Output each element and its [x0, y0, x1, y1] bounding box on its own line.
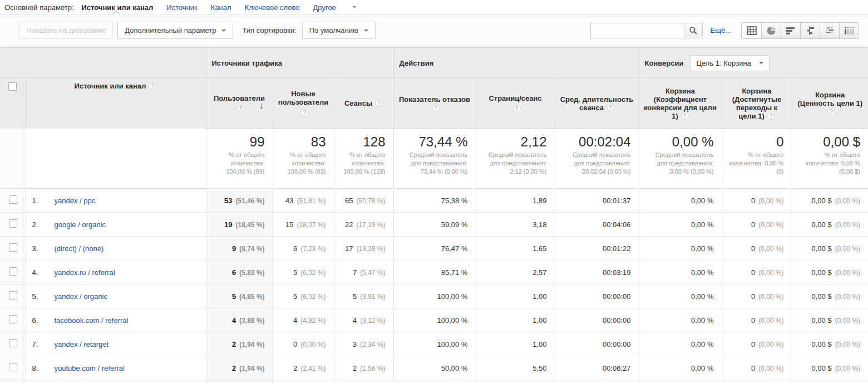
- row-checkbox[interactable]: [9, 291, 17, 299]
- table-row: 5.yandex / organic 5(4,85 %) 5(6,02 %) 5…: [0, 284, 868, 308]
- table-row: 7.yandex / retarget 2(1,94 %) 0(0,00 %) …: [0, 332, 868, 356]
- tab-channel[interactable]: Канал: [211, 3, 231, 12]
- secondary-dimension-button[interactable]: Дополнительный параметр: [117, 22, 233, 39]
- performance-view-button[interactable]: [781, 23, 800, 38]
- source-channel-link[interactable]: yandex.ru / referral: [55, 268, 115, 277]
- help-icon[interactable]: [827, 107, 835, 115]
- row-checkbox[interactable]: [9, 267, 17, 276]
- active-tab-notch: [112, 11, 121, 15]
- help-icon[interactable]: [681, 112, 689, 120]
- help-icon[interactable]: [375, 99, 383, 107]
- column-header-pages-per-session[interactable]: Страниц/сеанс: [476, 78, 555, 129]
- help-icon[interactable]: [301, 109, 309, 116]
- view-switcher: [741, 22, 859, 39]
- chevron-down-icon: [352, 6, 357, 8]
- sort-descending-icon: [259, 101, 264, 111]
- group-traffic-sources: Источники трафика: [206, 48, 393, 78]
- help-icon[interactable]: [149, 82, 156, 90]
- row-number: 1.: [32, 197, 46, 205]
- source-channel-link[interactable]: youtube.com / referral: [55, 364, 125, 372]
- help-icon[interactable]: [432, 104, 440, 111]
- row-number: 2.: [32, 220, 46, 229]
- source-channel-link[interactable]: (direct) / (none): [55, 244, 104, 253]
- row-checkbox[interactable]: [9, 363, 17, 371]
- tab-keyword[interactable]: Ключевое слово: [245, 3, 300, 12]
- plot-rows-button[interactable]: Показать на диаграмме: [19, 22, 113, 39]
- table-row: 1.yandex / ppc 53(51,46 %) 43(51,81 %) 6…: [0, 189, 868, 213]
- table-row: 8.youtube.com / referral 2(1,94 %) 2(2,4…: [0, 356, 868, 380]
- column-header-goal-value[interactable]: Корзина (Ценность цели 1): [792, 78, 868, 129]
- bar-list-icon: [786, 26, 796, 35]
- row-number: 7.: [32, 340, 46, 348]
- search-button[interactable]: [684, 23, 703, 38]
- search-icon: [689, 26, 698, 35]
- column-header-users[interactable]: Пользователи: [206, 78, 273, 129]
- row-checkbox[interactable]: [9, 243, 17, 252]
- table-row: 4.yandex.ru / referral 6(5,83 %) 5(6,02 …: [0, 261, 868, 284]
- sort-type-button[interactable]: По умолчанию: [302, 22, 376, 39]
- help-icon[interactable]: [513, 105, 521, 112]
- percentage-view-button[interactable]: [761, 23, 781, 38]
- primary-dimension-label: Основной параметр:: [4, 3, 73, 12]
- sort-type-label: Тип сортировки:: [242, 26, 296, 35]
- advanced-search-link[interactable]: Ещё...: [711, 26, 731, 35]
- table-view-icon: [747, 26, 757, 35]
- row-checkbox[interactable]: [9, 195, 17, 204]
- group-conversions: КонверсииЦель 1: Корзина: [639, 48, 868, 78]
- summary-pages-per-session: 2,12Средний показатель для представления…: [476, 129, 555, 189]
- table-row: 6.facebook.com / referral 4(3,88 %) 4(4,…: [0, 308, 868, 332]
- dimension-group-header: [0, 48, 206, 78]
- tab-other[interactable]: Другое: [313, 3, 336, 12]
- clipped-next-row: [0, 380, 868, 383]
- source-channel-link[interactable]: yandex / ppc: [55, 197, 96, 205]
- pivot-icon: [844, 26, 854, 35]
- summary-goal-conversion-rate: 0,00 %Средний показатель для представлен…: [639, 129, 722, 189]
- chevron-down-icon: [364, 30, 368, 32]
- source-channel-link[interactable]: yandex / retarget: [55, 340, 109, 348]
- column-header-new-users[interactable]: Новые пользователи: [273, 78, 334, 129]
- row-number: 3.: [32, 244, 46, 253]
- column-header-bounce-rate[interactable]: Показатель отказов: [393, 78, 476, 129]
- source-channel-link[interactable]: google / organic: [55, 220, 106, 229]
- chevron-down-icon: [221, 30, 226, 32]
- column-header-dimension[interactable]: Источник или канал: [25, 78, 206, 129]
- select-all-cell: [0, 78, 25, 129]
- comparison-view-button[interactable]: [800, 23, 820, 38]
- column-header-goal-conversion-rate[interactable]: Корзина (Коэффициент конверсии для цели …: [639, 78, 722, 129]
- term-cloud-view-button[interactable]: [820, 23, 839, 38]
- help-icon[interactable]: [606, 104, 614, 111]
- column-header-sessions[interactable]: Сеансы: [334, 78, 393, 129]
- pivot-view-button[interactable]: [839, 23, 859, 38]
- primary-dimension-bar: Основной параметр: Источник или канал Ис…: [0, 0, 868, 15]
- row-number: 4.: [32, 268, 46, 277]
- summary-avg-session-duration: 00:02:04Средний показатель для представл…: [555, 129, 639, 189]
- pie-chart-icon: [766, 26, 776, 36]
- row-checkbox[interactable]: [9, 315, 17, 323]
- help-icon[interactable]: [767, 112, 775, 120]
- term-cloud-icon: [825, 26, 835, 35]
- search-input[interactable]: [590, 23, 684, 38]
- help-icon[interactable]: [237, 105, 245, 112]
- source-channel-link[interactable]: yandex / organic: [55, 292, 107, 301]
- group-behavior: Действия: [393, 48, 639, 78]
- source-channel-link[interactable]: facebook.com / referral: [55, 316, 129, 325]
- summary-users: 99% от общего количества: 100,00 % (99): [206, 129, 273, 189]
- summary-sessions: 128% от общего количества: 100,00 % (128…: [334, 129, 393, 189]
- analytics-data-table: Источники трафика Действия КонверсииЦель…: [0, 47, 868, 383]
- row-checkbox[interactable]: [9, 219, 17, 228]
- tab-source[interactable]: Источник: [166, 3, 198, 12]
- row-number: 5.: [32, 292, 46, 301]
- summary-goal-value: 0,00 $% от общего количества: 0,00 % (0,…: [792, 129, 868, 189]
- table-row: 2.google / organic 19(18,45 %) 15(18,07 …: [0, 213, 868, 237]
- column-header-goal-completions[interactable]: Корзина (Достигнутые переходы к цели 1): [722, 78, 792, 129]
- goal-selector-dropdown[interactable]: Цель 1: Корзина: [690, 55, 769, 71]
- column-header-row: Источник или канал Пользователи Новые по…: [0, 78, 868, 129]
- table-toolbar: Показать на диаграмме Дополнительный пар…: [0, 15, 868, 46]
- summary-bounce-rate: 73,44 %Средний показатель для представле…: [393, 129, 476, 189]
- summary-goal-completions: 0% от общего количества: 0,00 % (0): [722, 129, 792, 189]
- table-row: 3.(direct) / (none) 9(8,74 %) 6(7,23 %) …: [0, 237, 868, 261]
- row-checkbox[interactable]: [9, 339, 17, 347]
- table-view-button[interactable]: [742, 23, 761, 38]
- select-all-checkbox[interactable]: [8, 82, 17, 91]
- column-header-avg-session-duration[interactable]: Сред. длительность сеанса: [555, 78, 639, 129]
